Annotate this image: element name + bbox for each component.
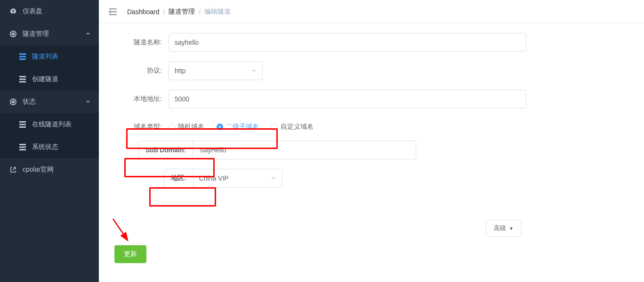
svg-rect-10 (19, 121, 26, 123)
row-tunnel-name: 隧道名称: (113, 33, 630, 52)
sidebar-item-label: 系统状态 (32, 143, 58, 151)
breadcrumb-sep: / (199, 8, 201, 16)
chevron-up-icon (86, 100, 90, 104)
external-link-icon (9, 166, 17, 174)
sidebar-item-online-tunnels[interactable]: 在线隧道列表 (0, 113, 99, 136)
radio-custom-domain[interactable]: 自定义域名 (271, 123, 314, 131)
select-protocol[interactable]: http (169, 61, 263, 80)
breadcrumb-tunnel-mgmt[interactable]: 隧道管理 (169, 8, 195, 16)
svg-rect-3 (19, 56, 26, 58)
svg-rect-7 (19, 81, 26, 83)
select-protocol-value: http (175, 67, 185, 75)
topbar: Dashboard / 隧道管理 / 编辑隧道 (99, 0, 644, 24)
radio-label: 二级子域名 (226, 123, 259, 131)
input-tunnel-name[interactable] (169, 33, 526, 52)
radio-label: 自定义域名 (281, 123, 314, 131)
svg-rect-5 (19, 76, 26, 77)
sidebar-item-label: 仪表盘 (23, 7, 42, 16)
caret-down-icon: ▼ (509, 226, 514, 231)
list-icon (19, 53, 26, 60)
advanced-button[interactable]: 高级 ▼ (486, 220, 522, 237)
sidebar: 仪表盘 隧道管理 隧道列表 创建隧道 状态 在线隧道 (0, 0, 99, 282)
form-content: 隧道名称: 协议: http 本地地址: 域名类型: 随机域名 (99, 24, 644, 211)
row-region: 地区: China VIP (164, 169, 282, 188)
breadcrumb-edit-tunnel: 编辑隧道 (204, 8, 231, 16)
svg-rect-11 (19, 124, 26, 125)
svg-rect-13 (19, 144, 26, 145)
breadcrumb-dashboard[interactable]: Dashboard (127, 8, 160, 16)
update-label: 更新 (124, 250, 137, 257)
sidebar-item-label: cpolar官网 (23, 166, 54, 174)
sidebar-item-dashboard[interactable]: 仪表盘 (0, 0, 99, 23)
sidebar-item-label: 隧道管理 (23, 30, 49, 38)
label-region: 地区: (164, 169, 193, 187)
select-region-value: China VIP (199, 174, 229, 182)
radio-subdomain[interactable]: 二级子域名 (217, 123, 259, 131)
svg-rect-4 (19, 58, 26, 60)
main-panel: Dashboard / 隧道管理 / 编辑隧道 隧道名称: 协议: http 本… (99, 0, 644, 282)
svg-point-9 (12, 101, 14, 103)
svg-rect-15 (19, 149, 26, 150)
label-protocol: 协议: (113, 66, 169, 75)
chevron-up-icon (86, 32, 90, 36)
svg-rect-12 (19, 126, 26, 128)
advanced-label: 高级 (494, 224, 506, 232)
sidebar-item-cpolar-site[interactable]: cpolar官网 (0, 158, 99, 181)
sidebar-item-label: 状态 (23, 98, 36, 106)
radio-circle-icon (217, 124, 223, 130)
sidebar-item-label: 创建隧道 (32, 75, 58, 83)
sidebar-item-tunnel-list[interactable]: 隧道列表 (0, 45, 99, 68)
row-local-addr: 本地地址: (113, 90, 630, 108)
label-local-addr: 本地地址: (113, 95, 169, 103)
row-domain-type: 域名类型: 随机域名 二级子域名 自定义域名 (113, 123, 630, 131)
hamburger-icon[interactable] (108, 7, 118, 17)
label-tunnel-name: 隧道名称: (113, 38, 169, 47)
label-sub-domain: Sub Domain: (139, 141, 193, 159)
list-icon (19, 121, 26, 128)
svg-rect-6 (19, 79, 26, 80)
input-local-addr[interactable] (169, 90, 526, 108)
sidebar-item-label: 隧道列表 (32, 52, 58, 61)
dashboard-icon (9, 8, 17, 15)
radio-group-domain-type: 随机域名 二级子域名 自定义域名 (169, 123, 314, 131)
breadcrumb: Dashboard / 隧道管理 / 编辑隧道 (127, 8, 231, 16)
chevron-down-icon (251, 67, 257, 75)
row-sub-domain: Sub Domain: (138, 141, 416, 159)
list-icon (19, 75, 26, 83)
sidebar-item-system-status[interactable]: 系统状态 (0, 136, 99, 158)
sidebar-item-create-tunnel[interactable]: 创建隧道 (0, 68, 99, 91)
list-icon (19, 143, 26, 151)
sidebar-item-label: 在线隧道列表 (32, 120, 72, 129)
radio-circle-icon (169, 124, 175, 130)
svg-rect-14 (19, 147, 26, 148)
sidebar-item-status[interactable]: 状态 (0, 91, 99, 113)
svg-rect-2 (19, 53, 26, 55)
radio-circle-icon (271, 124, 278, 130)
select-region[interactable]: China VIP (193, 169, 282, 187)
chevron-down-icon (271, 174, 276, 182)
row-protocol: 协议: http (113, 61, 630, 80)
tunnel-icon (9, 30, 17, 38)
svg-point-1 (12, 33, 14, 35)
radio-random-domain[interactable]: 随机域名 (169, 123, 204, 131)
label-domain-type: 域名类型: (113, 123, 169, 131)
update-button[interactable]: 更新 (114, 245, 146, 263)
input-sub-domain[interactable] (193, 141, 416, 159)
sidebar-item-tunnel-mgmt[interactable]: 隧道管理 (0, 23, 99, 45)
status-icon (9, 98, 17, 106)
radio-label: 随机域名 (178, 123, 204, 131)
breadcrumb-sep: / (163, 8, 165, 16)
